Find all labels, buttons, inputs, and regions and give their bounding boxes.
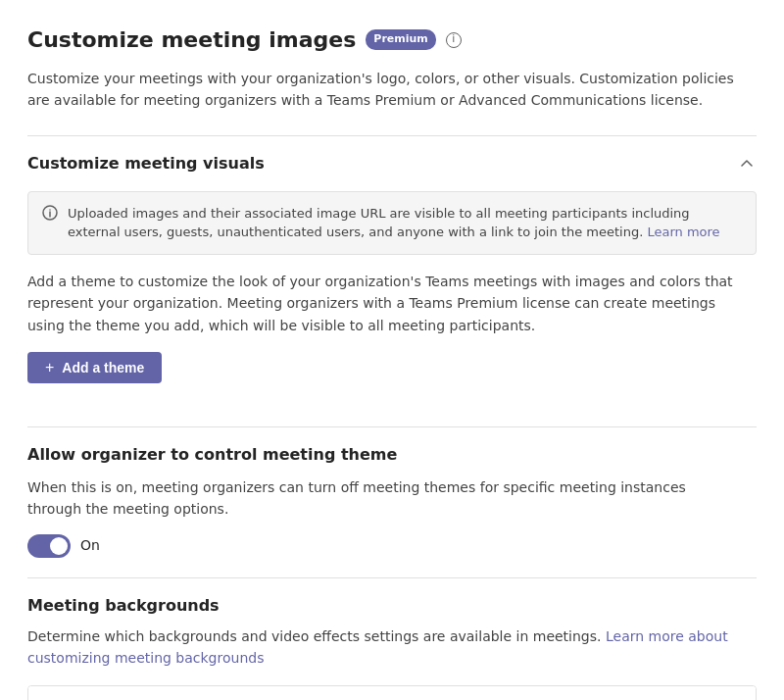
info-banner-text: Uploaded images and their associated ima… xyxy=(68,204,742,242)
section-visuals: Customize meeting visuals Uploaded image… xyxy=(27,135,757,407)
section-backgrounds: Meeting backgrounds Determine which back… xyxy=(27,577,757,700)
info-banner-link[interactable]: Learn more xyxy=(647,225,719,239)
add-theme-button[interactable]: + Add a theme xyxy=(27,352,162,383)
backgrounds-settings-table: Apply background blur when no effect is … xyxy=(27,685,757,700)
section-backgrounds-title: Meeting backgrounds xyxy=(27,594,757,618)
section-organizer-title: Allow organizer to control meeting theme xyxy=(27,443,757,467)
chevron-up-icon[interactable] xyxy=(737,154,757,174)
add-theme-label: Add a theme xyxy=(62,360,144,375)
section-visuals-header: Customize meeting visuals xyxy=(27,152,757,175)
plus-icon: + xyxy=(45,360,54,375)
section-organizer-description: When this is on, meeting organizers can … xyxy=(27,476,743,521)
organizer-toggle[interactable] xyxy=(27,534,71,558)
section-visuals-title: Customize meeting visuals xyxy=(27,152,265,175)
section-visuals-body: Add a theme to customize the look of you… xyxy=(27,271,743,336)
organizer-toggle-label: On xyxy=(80,535,100,556)
page-header: Customize meeting images Premium i xyxy=(27,24,757,56)
premium-badge: Premium xyxy=(366,29,435,50)
page-container: Customize meeting images Premium i Custo… xyxy=(0,0,784,700)
page-title: Customize meeting images xyxy=(27,24,356,56)
section-backgrounds-description: Determine which backgrounds and video ef… xyxy=(27,625,743,670)
section-organizer: Allow organizer to control meeting theme… xyxy=(27,426,757,558)
table-row: Apply background blur when no effect is … xyxy=(28,686,756,700)
info-banner-icon xyxy=(42,205,58,226)
svg-point-1 xyxy=(49,209,51,211)
info-banner: Uploaded images and their associated ima… xyxy=(27,191,757,255)
page-info-icon[interactable]: i xyxy=(446,32,462,48)
page-description: Customize your meetings with your organi… xyxy=(27,68,743,112)
organizer-toggle-row: On xyxy=(27,534,757,558)
